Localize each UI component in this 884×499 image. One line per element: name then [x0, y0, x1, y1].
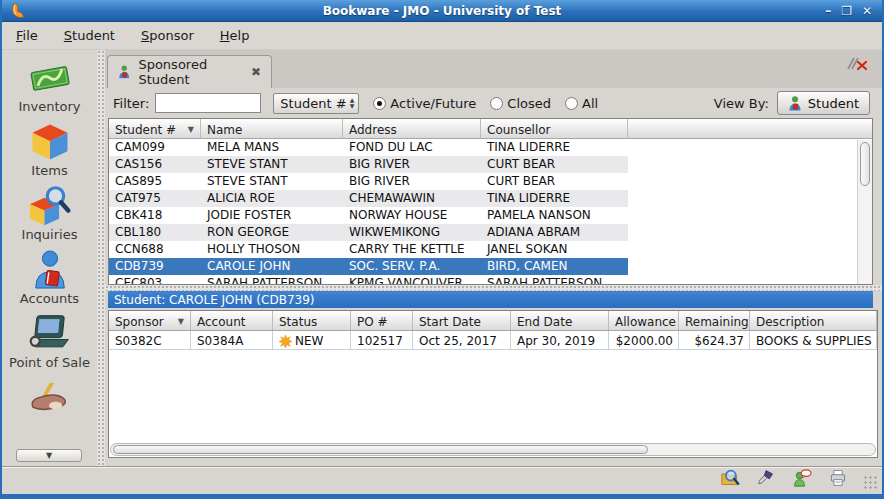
menu-bar: File Student Sponsor Help: [2, 22, 882, 50]
sponsors-table-empty-area: [109, 350, 877, 443]
sidebar-item-label: Accounts: [20, 291, 79, 306]
view-by-student-button[interactable]: Student: [777, 91, 870, 115]
sidebar-scroll-down-button[interactable]: ▼: [16, 449, 82, 462]
tab-strip: Sponsored Student ✖: [105, 50, 882, 88]
column-header-name[interactable]: Name: [201, 119, 343, 138]
menu-help[interactable]: Help: [220, 28, 250, 43]
inquiry-search-icon[interactable]: [720, 469, 740, 491]
window-title: Bookware - JMO - University of Test: [2, 4, 882, 18]
spinner-arrows-icon[interactable]: ▲▼: [350, 97, 359, 109]
radio-active-future[interactable]: [373, 97, 386, 110]
close-button[interactable]: ✕: [862, 4, 872, 18]
table-row-selected[interactable]: CDB739CAROLE JOHNSOC. SERV. P.A.BIRD, CA…: [109, 258, 628, 275]
minimize-button[interactable]: –: [825, 4, 831, 18]
sidebar-item-inventory[interactable]: Inventory: [2, 59, 97, 114]
sponsor-row[interactable]: S0382C S0384A NEW 102517 Oct 25, 2017 Ap…: [109, 331, 877, 350]
menu-student[interactable]: Student: [64, 28, 115, 43]
maximize-button[interactable]: ❐: [841, 4, 852, 18]
sponsors-table-header: Sponsor▼ Account Status PO # Start Date …: [109, 311, 877, 331]
status-cell: NEW: [273, 331, 351, 349]
cash-register-icon: [28, 315, 72, 353]
print-icon[interactable]: [828, 469, 848, 491]
sidebar-item-accounts[interactable]: Accounts: [2, 251, 97, 306]
tab-close-icon[interactable]: ✖: [251, 65, 261, 79]
radio-closed-label: Closed: [507, 96, 551, 111]
money-icon: [27, 59, 73, 97]
filter-toolbar: Filter: Student # ▲▼ Active/Future Close…: [105, 88, 882, 118]
students-table-rows: CAM099MELA MANSFOND DU LACTINA LIDERRE C…: [109, 139, 872, 285]
filter-input[interactable]: [155, 93, 261, 113]
sidebar-item-label: Inventory: [18, 99, 80, 114]
horizontal-scrollbar[interactable]: [110, 443, 876, 456]
tab-label: Sponsored Student: [138, 57, 241, 87]
sidebar-item-label: Items: [31, 163, 67, 178]
table-row[interactable]: CCN688HOLLY THOSONCARRY THE KETTLEJANEL …: [109, 241, 628, 258]
status-badge: NEW: [295, 334, 323, 348]
column-header-counsellor[interactable]: Counsellor: [481, 119, 628, 138]
students-table: Student #▼ Name Address Counsellor CAM09…: [108, 118, 873, 285]
column-header-po[interactable]: PO #: [351, 311, 413, 330]
radio-all-label: All: [582, 96, 598, 111]
sidebar-item-items[interactable]: Items: [2, 123, 97, 178]
sidebar-item-inquiries[interactable]: Inquiries: [2, 187, 97, 242]
student-icon: [788, 96, 802, 111]
person-book-icon: [31, 251, 69, 289]
column-header-start-date[interactable]: Start Date: [413, 311, 511, 330]
column-header-end-date[interactable]: End Date: [511, 311, 609, 330]
app-window: Bookware - JMO - University of Test – ❐ …: [0, 0, 884, 499]
table-row[interactable]: CAT975ALICIA ROECHEMAWAWINTINA LIDERRE: [109, 190, 628, 207]
sponsors-table: Sponsor▼ Account Status PO # Start Date …: [108, 310, 878, 458]
title-bar[interactable]: Bookware - JMO - University of Test – ❐ …: [2, 0, 882, 22]
scrollbar-thumb[interactable]: [860, 142, 870, 186]
moccasin-pencil-icon: [27, 379, 73, 417]
students-table-header: Student #▼ Name Address Counsellor: [109, 119, 872, 139]
student-comment-icon[interactable]: [792, 469, 812, 491]
tab-sponsored-student[interactable]: Sponsored Student ✖: [107, 55, 272, 88]
column-header-remaining[interactable]: Remaining: [679, 311, 750, 330]
cube-icon: [30, 123, 70, 161]
table-row[interactable]: CAM099MELA MANSFOND DU LACTINA LIDERRE: [109, 139, 628, 156]
status-toolbar: [2, 466, 882, 493]
selected-student-banner: Student: CAROLE JOHN (CDB739): [108, 291, 873, 308]
chevron-down-icon: ▼: [46, 451, 52, 460]
sidebar-item-label: Point of Sale: [9, 355, 90, 370]
sort-arrow-icon: ▼: [178, 317, 184, 326]
view-by-label: View By:: [714, 96, 769, 111]
sidebar-item-partial[interactable]: [2, 379, 97, 417]
column-header-allowance[interactable]: Allowance: [609, 311, 679, 330]
student-icon: [118, 64, 130, 80]
table-row[interactable]: CBL180RON GEORGEWIKWEMIKONGADIANA ABRAM: [109, 224, 628, 241]
column-header-status[interactable]: Status: [273, 311, 351, 330]
menu-file[interactable]: File: [16, 28, 38, 43]
app-logo-icon: [2, 1, 32, 21]
column-header-sponsor[interactable]: Sponsor▼: [109, 311, 191, 330]
resize-grip[interactable]: [864, 476, 878, 490]
sidebar-item-label: Inquiries: [22, 227, 78, 242]
radio-all[interactable]: [565, 97, 578, 110]
sort-arrow-icon: ▼: [188, 125, 194, 134]
table-row[interactable]: CAS895STEVE STANTBIG RIVERCURT BEAR: [109, 173, 628, 190]
filter-field-selector[interactable]: Student # ▲▼: [273, 93, 359, 114]
filter-label: Filter:: [113, 96, 149, 111]
close-all-tabs-icon[interactable]: [846, 56, 868, 75]
sidebar: Inventory Items: [2, 50, 97, 466]
column-header-description[interactable]: Description: [750, 311, 877, 330]
cube-search-icon: [28, 187, 72, 225]
scrollbar-thumb[interactable]: [113, 445, 648, 454]
pen-edit-icon[interactable]: [756, 469, 776, 491]
table-row[interactable]: CEC803SARAH PATTERSONKPMG VANCOUVERSARAH…: [109, 275, 628, 285]
table-row[interactable]: CAS156STEVE STANTBIG RIVERCURT BEAR: [109, 156, 628, 173]
table-row[interactable]: CBK418JODIE FOSTERNORWAY HOUSEPAMELA NAN…: [109, 207, 628, 224]
column-header-filler: [628, 119, 872, 138]
sidebar-splitter[interactable]: [97, 50, 105, 466]
menu-sponsor[interactable]: Sponsor: [141, 28, 194, 43]
column-header-student-number[interactable]: Student #▼: [109, 119, 201, 138]
main-content: Sponsored Student ✖ Filter: Student #: [105, 50, 882, 466]
vertical-scrollbar[interactable]: [857, 140, 872, 284]
new-status-star-icon: [279, 335, 292, 348]
radio-closed[interactable]: [490, 97, 503, 110]
column-header-address[interactable]: Address: [343, 119, 481, 138]
column-header-account[interactable]: Account: [191, 311, 273, 330]
sidebar-item-point-of-sale[interactable]: Point of Sale: [2, 315, 97, 370]
radio-active-future-label: Active/Future: [390, 96, 476, 111]
